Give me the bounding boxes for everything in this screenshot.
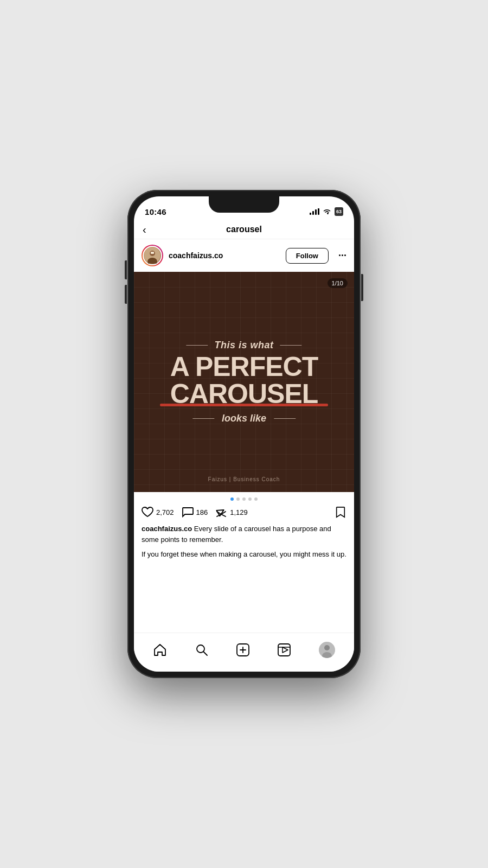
share-icon [215,507,227,518]
create-icon [236,643,250,657]
bookmark-button[interactable] [335,506,346,518]
dot-1[interactable] [230,497,234,501]
share-button[interactable]: 1,129 [215,506,248,518]
like-button[interactable]: 2,702 [142,506,174,518]
nav-search[interactable] [195,643,209,657]
avatar [144,247,161,264]
bottom-nav [134,633,354,672]
nav-profile[interactable] [319,642,335,658]
brand-tag: Faizus | Business Coach [208,476,280,482]
nav-home[interactable] [153,643,167,657]
red-underline [160,404,329,406]
slide-content: This is what A PERFECT CAROUSEL looks li… [145,340,343,424]
status-time: 10:46 [145,207,166,216]
carousel-slide[interactable]: 1/10 This is what A PERFECT CAROUSEL loo… [134,272,354,492]
slide-line3: CAROUSEL [145,380,343,407]
nav-reels[interactable] [277,643,291,657]
dot-5[interactable] [254,497,258,501]
search-icon [195,643,209,657]
profile-icon [319,642,335,658]
battery-icon: 63 [335,207,343,216]
svg-line-5 [221,514,226,516]
svg-marker-8 [217,507,226,516]
home-icon [153,643,167,657]
share-count: 1,129 [230,508,248,516]
profile-row: coachfaizus.co Follow ··· [134,239,354,272]
carousel-dots [134,492,354,504]
status-icons: 63 [310,207,343,216]
nav-create[interactable] [236,643,250,657]
deco-line-left2 [192,418,214,419]
like-count: 2,702 [156,508,174,516]
slide-line1: This is what [214,340,273,351]
phone-screen: 10:46 63 [134,196,354,672]
slide-line4: looks like [222,413,266,424]
comment-count: 186 [196,508,208,516]
svg-marker-15 [282,647,288,653]
signal-icon [310,208,319,215]
deco-line-left [186,345,208,346]
slide-line2: A PERFECT [145,353,343,380]
svg-rect-3 [151,252,154,254]
avatar-ring[interactable] [142,245,163,266]
vol-down-button[interactable] [125,285,127,304]
comment-icon [182,507,194,518]
deco-line-right2 [274,418,296,419]
phone-frame: 10:46 63 [127,190,361,678]
follow-button[interactable]: Follow [286,248,329,264]
deco-line-right [280,345,302,346]
heart-icon [142,507,153,518]
dot-2[interactable] [236,497,240,501]
action-row: 2,702 186 [134,504,354,521]
vol-up-button[interactable] [125,260,127,279]
notch [209,196,279,213]
dot-4[interactable] [248,497,252,501]
nav-title: carousel [226,225,262,234]
dot-3[interactable] [242,497,246,501]
caption-username[interactable]: coachfaizus.co [142,525,192,533]
bookmark-icon [335,506,346,518]
svg-line-10 [203,652,207,655]
reels-icon [277,643,291,657]
top-nav: ‹ carousel [134,220,354,239]
caption-line2: If you forget these when making a carous… [142,549,346,560]
caption-area: coachfaizus.co Every slide of a carousel… [134,521,354,565]
back-button[interactable]: ‹ [143,224,146,236]
comment-button[interactable]: 186 [182,506,208,518]
slide-counter: 1/10 [328,278,348,288]
power-button[interactable] [361,274,363,301]
more-options-button[interactable]: ··· [338,250,346,261]
svg-point-18 [324,645,330,650]
profile-username[interactable]: coachfaizus.co [169,251,280,260]
wifi-icon [323,208,331,215]
